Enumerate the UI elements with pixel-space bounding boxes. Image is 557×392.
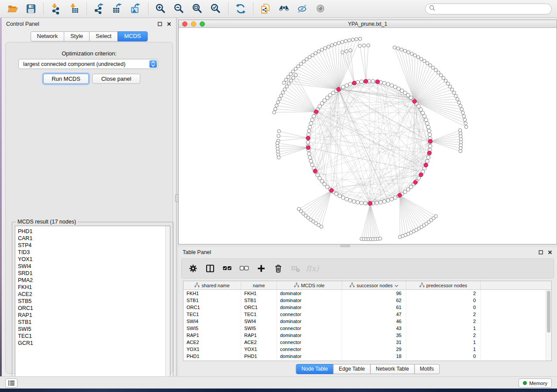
import-table-icon[interactable] — [67, 2, 82, 15]
mcds-result-item[interactable]: CAR1 — [15, 235, 170, 242]
mcds-result-item[interactable]: ACE2 — [15, 291, 170, 298]
mcds-result-title: MCDS result (17 nodes) — [16, 219, 78, 225]
mcds-result-item[interactable]: TEC1 — [15, 333, 170, 340]
open-folder-icon[interactable] — [5, 2, 20, 15]
cell: SWI5 — [183, 325, 241, 332]
table-row[interactable]: YOX1YOX1connector291 — [183, 346, 546, 353]
network-canvas[interactable] — [179, 28, 557, 244]
mcds-result-item[interactable]: FKH1 — [15, 284, 170, 291]
float-panel-icon[interactable] — [157, 21, 163, 27]
control-panel-tabs: NetworkStyleSelectMCDS — [30, 31, 147, 41]
tab-network-table[interactable]: Network Table — [370, 364, 415, 374]
mcds-result-item[interactable]: SRD1 — [15, 270, 170, 277]
table-row[interactable]: RAP1RAP1dominator352 — [183, 332, 546, 339]
find-icon[interactable] — [277, 2, 291, 15]
toolbar-icons — [3, 2, 330, 15]
table-row[interactable]: PHD1PHD1dominator180 — [183, 353, 546, 360]
column-header-predecessor-nodes[interactable]: predecessor nodes — [406, 281, 481, 289]
network-window-titlebar[interactable]: YPA_prune.txt_1 — [179, 20, 557, 28]
table-row[interactable]: STB1STB1dominator620 — [183, 297, 546, 304]
zoom-out-icon[interactable] — [172, 2, 187, 15]
cell: RAP1 — [241, 332, 277, 339]
cell-filler — [481, 346, 546, 353]
tab-node-table[interactable]: Node Table — [296, 364, 334, 374]
mcds-result-item[interactable]: RAP1 — [15, 312, 170, 319]
mcds-result-item[interactable]: SWI4 — [15, 263, 170, 270]
mcds-result-item[interactable]: STB5 — [15, 298, 170, 305]
zoom-fit-icon[interactable] — [190, 2, 205, 15]
column-type-icon — [349, 282, 355, 289]
table-row[interactable]: ACE2ACE2connector311 — [183, 339, 546, 346]
table-row[interactable]: ORC1ORC1dominator610 — [183, 304, 546, 311]
search-input[interactable] — [436, 6, 551, 12]
table-panel-title: Table Panel — [183, 249, 211, 255]
mcds-result-item[interactable]: ORC1 — [15, 305, 170, 312]
add-icon[interactable] — [256, 263, 266, 274]
column-header-MCDS-role[interactable]: MCDS role — [277, 281, 342, 289]
column-header-successor-nodes[interactable]: successor nodes — [342, 281, 406, 289]
gear-icon[interactable] — [188, 263, 198, 274]
mcds-list-scrollbar[interactable] — [165, 226, 170, 381]
tab-edge-table[interactable]: Edge Table — [333, 364, 370, 374]
column-type-icon — [419, 282, 425, 289]
close-panel-button[interactable]: Close panel — [92, 74, 140, 84]
tab-mcds[interactable]: MCDS — [118, 31, 147, 41]
network-chord-edges — [308, 81, 430, 203]
mcds-result-list[interactable]: PHD1CAR1STP4TID3YOX1SWI4SRD1PMA2FKH1ACE2… — [15, 226, 170, 381]
table-scrollbar[interactable] — [546, 290, 551, 361]
columns-icon[interactable] — [205, 263, 215, 274]
cell-filler — [481, 297, 546, 304]
export-image-icon[interactable] — [128, 2, 143, 15]
memory-button[interactable]: Memory — [519, 378, 552, 388]
cell-filler — [481, 339, 546, 346]
mcds-result-item[interactable]: STB1 — [15, 319, 170, 326]
share-document-icon[interactable] — [258, 2, 273, 15]
table-body: FKH1FKH1dominator962STB1STB1dominator620… — [183, 290, 546, 361]
table-panel: Table Panel f(x) shared namenameMCDS rol… — [178, 247, 557, 376]
tab-style[interactable]: Style — [64, 31, 90, 41]
cell: connector — [277, 325, 342, 332]
mcds-result-item[interactable]: PHD1 — [15, 228, 170, 235]
run-mcds-button[interactable]: Run MCDS — [43, 74, 89, 84]
export-network-icon[interactable] — [92, 2, 107, 15]
select-stepper-icon — [149, 60, 157, 68]
float-panel-icon[interactable] — [538, 250, 543, 255]
table-row[interactable]: FKH1FKH1dominator962 — [183, 290, 546, 297]
optimization-criterion-select[interactable]: largest connected component (undirected) — [18, 59, 158, 69]
show-panels-icon[interactable] — [313, 2, 328, 15]
tab-network[interactable]: Network — [30, 31, 64, 41]
task-history-button[interactable] — [5, 378, 17, 388]
column-header-shared-name[interactable]: shared name — [183, 281, 241, 289]
table-scrollbar-thumb[interactable] — [547, 291, 550, 333]
close-panel-icon[interactable] — [547, 250, 553, 255]
cell: ACE2 — [241, 339, 277, 346]
select-all-icon[interactable] — [222, 263, 232, 274]
export-table-icon[interactable] — [110, 2, 125, 15]
tab-select[interactable]: Select — [89, 31, 118, 41]
zoom-in-icon[interactable] — [153, 2, 168, 15]
mcds-result-item[interactable]: GCR1 — [15, 340, 170, 347]
close-panel-icon[interactable] — [166, 21, 172, 27]
save-icon[interactable] — [24, 2, 38, 15]
import-network-icon[interactable] — [48, 2, 63, 15]
table-row[interactable]: SWI5SWI5connector431 — [183, 325, 546, 332]
cell: RAP1 — [183, 332, 241, 339]
table-row[interactable]: TEC1TEC1connector472 — [183, 311, 546, 318]
hide-panels-icon[interactable] — [295, 2, 310, 15]
mcds-result-item[interactable]: PMA2 — [15, 277, 170, 284]
deselect-all-icon[interactable] — [239, 263, 249, 274]
zoom-selected-icon[interactable] — [208, 2, 223, 15]
cell: 0 — [406, 297, 481, 304]
table-row[interactable]: SWI4SWI4dominator462 — [183, 318, 546, 325]
tab-motifs[interactable]: Motifs — [414, 364, 439, 374]
delete-icon[interactable] — [273, 263, 284, 274]
cell: ORC1 — [183, 304, 241, 311]
mcds-result-item[interactable]: SWI5 — [15, 326, 170, 333]
column-header-name[interactable]: name — [241, 281, 277, 289]
mcds-result-item[interactable]: STP4 — [15, 242, 170, 249]
mcds-result-item[interactable]: TID3 — [15, 249, 170, 256]
mcds-result-item[interactable]: YOX1 — [15, 256, 170, 263]
search-box[interactable] — [425, 3, 552, 14]
refresh-icon[interactable] — [233, 2, 248, 15]
cell: 61 — [342, 304, 406, 311]
